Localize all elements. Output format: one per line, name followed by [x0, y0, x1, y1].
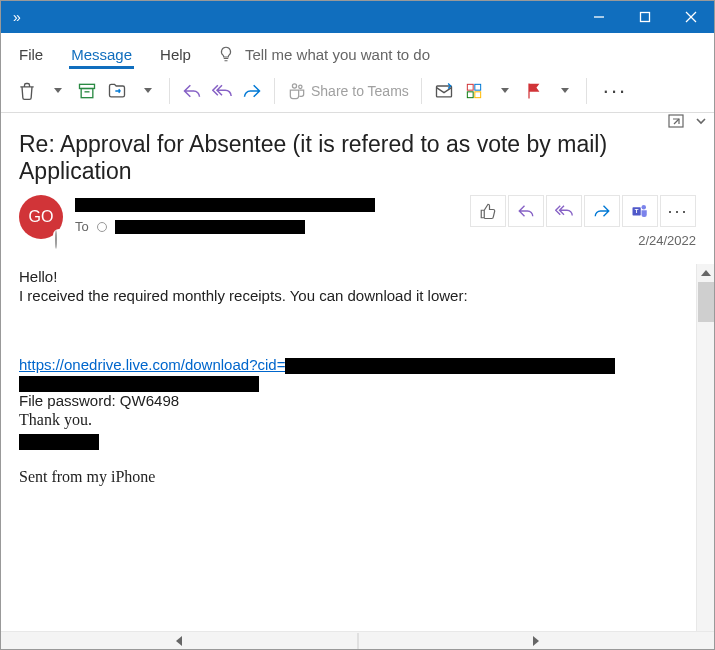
flag-menu[interactable]	[550, 76, 578, 106]
move-folder-icon	[107, 81, 127, 101]
body-thank: Thank you.	[19, 411, 696, 429]
redacted-recipient	[115, 220, 305, 234]
trash-icon	[17, 81, 37, 101]
message-actions: T ···	[470, 195, 696, 227]
reply-all-icon	[212, 81, 232, 101]
categorize-button[interactable]	[460, 76, 488, 106]
presence-indicator	[53, 229, 65, 241]
move-button[interactable]	[103, 76, 131, 106]
maximize-button[interactable]	[622, 1, 668, 33]
message-subject: Re: Approval for Absentee (it is refered…	[1, 113, 714, 195]
horizontal-scrollbar[interactable]	[1, 631, 714, 649]
svg-rect-1	[641, 13, 650, 22]
svg-rect-10	[467, 84, 473, 90]
like-button[interactable]	[470, 195, 506, 227]
share-teams-label: Share to Teams	[311, 83, 409, 99]
tab-message[interactable]: Message	[69, 40, 134, 69]
svg-rect-11	[475, 84, 481, 90]
to-label: To	[75, 219, 89, 234]
tell-me-placeholder: Tell me what you want to do	[245, 46, 430, 63]
move-menu[interactable]	[133, 76, 161, 106]
envelope-icon	[434, 81, 454, 101]
recipient-presence-icon	[97, 222, 107, 232]
svg-rect-12	[467, 91, 473, 97]
reply-icon	[182, 81, 202, 101]
message-body-area: Hello! I received the required monthly r…	[1, 264, 714, 650]
flag-icon	[524, 81, 544, 101]
categorize-menu[interactable]	[490, 76, 518, 106]
teams-action[interactable]: T	[622, 195, 658, 227]
redacted-url-part	[285, 358, 615, 374]
dialog-launcher-icon[interactable]	[668, 114, 684, 128]
scroll-right-button[interactable]	[359, 632, 715, 650]
tab-file[interactable]: File	[17, 40, 45, 69]
thumbs-up-icon	[479, 202, 497, 220]
ribbon-tabs: File Message Help Tell me what you want …	[1, 33, 714, 69]
forward-icon	[593, 202, 611, 220]
redacted-url-part	[19, 376, 259, 392]
message-body: Hello! I received the required monthly r…	[1, 264, 714, 498]
scroll-thumb[interactable]	[698, 282, 714, 322]
collapse-ribbon-button[interactable]	[694, 114, 708, 128]
toolbar-separator	[586, 78, 587, 104]
vertical-scrollbar[interactable]	[696, 264, 714, 650]
body-line: I received the required monthly receipts…	[19, 287, 696, 304]
window-titlebar: »	[1, 1, 714, 33]
svg-text:T: T	[635, 208, 639, 214]
body-greeting: Hello!	[19, 268, 696, 285]
recipients-line: To	[75, 219, 458, 234]
delete-menu[interactable]	[43, 76, 71, 106]
forward-action[interactable]	[584, 195, 620, 227]
redacted-signature	[19, 434, 99, 450]
sender-line	[75, 195, 458, 213]
reply-all-icon	[555, 202, 573, 220]
titlebar-caption: »	[1, 9, 576, 25]
svg-rect-14	[669, 115, 683, 127]
forward-icon	[242, 81, 262, 101]
categories-icon	[464, 81, 484, 101]
reply-icon	[517, 202, 535, 220]
sent-from: Sent from my iPhone	[19, 468, 696, 486]
toolbar-separator	[169, 78, 170, 104]
share-teams-button[interactable]: Share to Teams	[283, 76, 413, 106]
redacted-sender	[75, 198, 375, 212]
svg-point-8	[299, 85, 302, 88]
body-link-line: https://onedrive.live.com/download?cid=	[19, 356, 696, 392]
tab-help[interactable]: Help	[158, 40, 193, 69]
teams-icon	[287, 81, 307, 101]
svg-point-17	[642, 205, 647, 210]
flag-button[interactable]	[520, 76, 548, 106]
archive-icon	[77, 81, 97, 101]
toolbar: Share to Teams ···	[1, 69, 714, 113]
message-header: GO To T ··· 2/	[1, 195, 714, 256]
delete-button[interactable]	[13, 76, 41, 106]
mark-unread-button[interactable]	[430, 76, 458, 106]
avatar-initials: GO	[29, 208, 54, 226]
svg-point-7	[292, 83, 296, 87]
reply-all-action[interactable]	[546, 195, 582, 227]
svg-rect-13	[475, 91, 481, 97]
reply-all-button[interactable]	[208, 76, 236, 106]
message-date: 2/24/2022	[470, 233, 696, 248]
teams-icon: T	[631, 202, 649, 220]
minimize-button[interactable]	[576, 1, 622, 33]
close-button[interactable]	[668, 1, 714, 33]
scroll-left-button[interactable]	[1, 632, 357, 650]
file-password: File password: QW6498	[19, 392, 696, 409]
tell-me-search[interactable]: Tell me what you want to do	[217, 45, 430, 69]
archive-button[interactable]	[73, 76, 101, 106]
toolbar-separator	[421, 78, 422, 104]
download-link[interactable]: https://onedrive.live.com/download?cid=	[19, 356, 285, 373]
reply-action[interactable]	[508, 195, 544, 227]
toolbar-separator	[274, 78, 275, 104]
more-actions[interactable]: ···	[660, 195, 696, 227]
reply-button[interactable]	[178, 76, 206, 106]
sender-avatar[interactable]: GO	[19, 195, 63, 239]
scroll-up-button[interactable]	[697, 264, 714, 282]
forward-button[interactable]	[238, 76, 266, 106]
more-commands-button[interactable]: ···	[595, 76, 635, 106]
lightbulb-icon	[217, 45, 235, 63]
svg-rect-5	[81, 88, 93, 97]
